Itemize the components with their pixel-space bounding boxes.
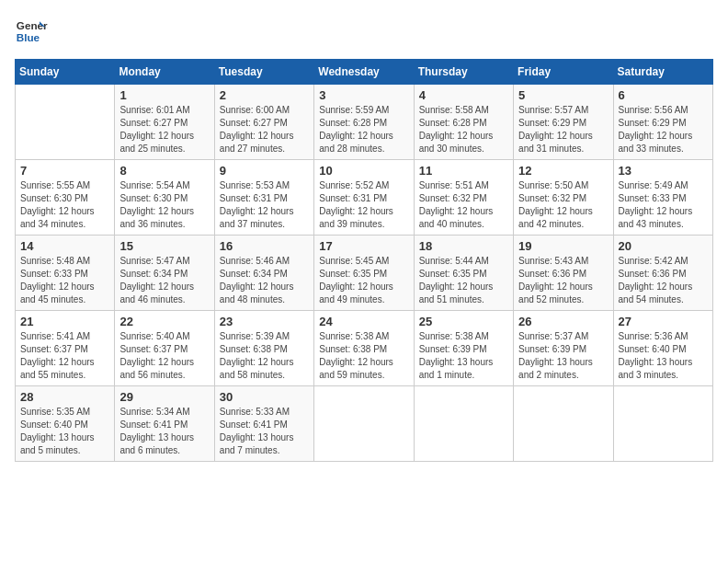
day-number: 12 [518, 164, 608, 178]
day-number: 8 [119, 164, 209, 178]
calendar-header: SundayMondayTuesdayWednesdayThursdayFrid… [16, 60, 713, 85]
day-number: 2 [220, 88, 309, 102]
calendar-cell [414, 386, 513, 462]
calendar-cell: 14Sunrise: 5:48 AM Sunset: 6:33 PM Dayli… [16, 236, 115, 311]
logo: General Blue [15, 15, 48, 48]
svg-text:Blue: Blue [17, 31, 40, 43]
day-info: Sunrise: 5:41 AM Sunset: 6:37 PM Dayligh… [20, 330, 109, 382]
day-number: 10 [319, 164, 408, 178]
day-number: 15 [119, 239, 209, 253]
col-header-friday: Friday [514, 60, 613, 85]
col-header-wednesday: Wednesday [314, 60, 414, 85]
day-info: Sunrise: 5:55 AM Sunset: 6:30 PM Dayligh… [20, 179, 109, 231]
day-number: 13 [619, 164, 708, 178]
day-info: Sunrise: 5:35 AM Sunset: 6:40 PM Dayligh… [20, 406, 109, 457]
calendar-cell: 4Sunrise: 5:58 AM Sunset: 6:28 PM Daylig… [414, 85, 513, 160]
calendar-cell: 6Sunrise: 5:56 AM Sunset: 6:29 PM Daylig… [613, 85, 712, 160]
calendar-cell: 18Sunrise: 5:44 AM Sunset: 6:35 PM Dayli… [414, 236, 513, 311]
day-number: 29 [119, 390, 209, 404]
logo-icon: General Blue [15, 15, 48, 48]
calendar-cell: 15Sunrise: 5:47 AM Sunset: 6:34 PM Dayli… [115, 236, 214, 311]
day-info: Sunrise: 5:49 AM Sunset: 6:33 PM Dayligh… [619, 179, 708, 231]
day-info: Sunrise: 5:33 AM Sunset: 6:41 PM Dayligh… [220, 406, 309, 457]
day-number: 6 [619, 88, 708, 102]
day-info: Sunrise: 5:37 AM Sunset: 6:39 PM Dayligh… [518, 330, 608, 382]
calendar-cell: 21Sunrise: 5:41 AM Sunset: 6:37 PM Dayli… [16, 311, 115, 386]
day-info: Sunrise: 5:48 AM Sunset: 6:33 PM Dayligh… [20, 255, 109, 306]
calendar-cell: 7Sunrise: 5:55 AM Sunset: 6:30 PM Daylig… [16, 160, 115, 236]
day-info: Sunrise: 5:52 AM Sunset: 6:31 PM Dayligh… [319, 179, 408, 231]
day-number: 23 [220, 315, 309, 328]
calendar-cell: 26Sunrise: 5:37 AM Sunset: 6:39 PM Dayli… [514, 311, 613, 386]
col-header-sunday: Sunday [16, 60, 115, 85]
day-number: 7 [20, 164, 109, 178]
calendar-cell: 9Sunrise: 5:53 AM Sunset: 6:31 PM Daylig… [214, 160, 313, 236]
day-info: Sunrise: 5:43 AM Sunset: 6:36 PM Dayligh… [518, 255, 608, 306]
day-info: Sunrise: 5:44 AM Sunset: 6:35 PM Dayligh… [419, 255, 508, 306]
calendar-cell: 8Sunrise: 5:54 AM Sunset: 6:30 PM Daylig… [115, 160, 214, 236]
day-number: 3 [319, 88, 408, 102]
day-info: Sunrise: 5:45 AM Sunset: 6:35 PM Dayligh… [319, 255, 408, 306]
calendar-cell: 24Sunrise: 5:38 AM Sunset: 6:38 PM Dayli… [314, 311, 414, 386]
week-row-4: 21Sunrise: 5:41 AM Sunset: 6:37 PM Dayli… [16, 311, 713, 386]
calendar-cell [16, 85, 115, 160]
calendar-cell: 5Sunrise: 5:57 AM Sunset: 6:29 PM Daylig… [514, 85, 613, 160]
day-number: 24 [319, 315, 408, 328]
day-number: 5 [518, 88, 608, 102]
calendar-cell: 25Sunrise: 5:38 AM Sunset: 6:39 PM Dayli… [414, 311, 513, 386]
col-header-thursday: Thursday [414, 60, 513, 85]
day-number: 19 [518, 239, 608, 253]
day-number: 11 [419, 164, 508, 178]
day-info: Sunrise: 5:36 AM Sunset: 6:40 PM Dayligh… [619, 330, 708, 382]
calendar-cell: 13Sunrise: 5:49 AM Sunset: 6:33 PM Dayli… [613, 160, 712, 236]
day-number: 22 [119, 315, 209, 328]
day-number: 17 [319, 239, 408, 253]
calendar-cell: 2Sunrise: 6:00 AM Sunset: 6:27 PM Daylig… [214, 85, 313, 160]
page-header: General Blue [15, 15, 713, 48]
week-row-3: 14Sunrise: 5:48 AM Sunset: 6:33 PM Dayli… [16, 236, 713, 311]
calendar-cell [314, 386, 414, 462]
col-header-tuesday: Tuesday [214, 60, 313, 85]
day-info: Sunrise: 5:38 AM Sunset: 6:38 PM Dayligh… [319, 330, 408, 382]
day-number: 18 [419, 239, 508, 253]
day-number: 14 [20, 239, 109, 253]
calendar-cell: 3Sunrise: 5:59 AM Sunset: 6:28 PM Daylig… [314, 85, 414, 160]
calendar-cell [613, 386, 712, 462]
day-number: 16 [220, 239, 309, 253]
day-info: Sunrise: 5:38 AM Sunset: 6:39 PM Dayligh… [419, 330, 508, 382]
day-info: Sunrise: 5:39 AM Sunset: 6:38 PM Dayligh… [220, 330, 309, 382]
day-info: Sunrise: 5:47 AM Sunset: 6:34 PM Dayligh… [119, 255, 209, 306]
day-number: 21 [20, 315, 109, 328]
week-row-5: 28Sunrise: 5:35 AM Sunset: 6:40 PM Dayli… [16, 386, 713, 462]
day-info: Sunrise: 5:51 AM Sunset: 6:32 PM Dayligh… [419, 179, 508, 231]
day-info: Sunrise: 6:01 AM Sunset: 6:27 PM Dayligh… [119, 104, 209, 155]
day-number: 1 [119, 88, 209, 102]
day-info: Sunrise: 5:53 AM Sunset: 6:31 PM Dayligh… [220, 179, 309, 231]
calendar-cell [514, 386, 613, 462]
calendar-cell: 23Sunrise: 5:39 AM Sunset: 6:38 PM Dayli… [214, 311, 313, 386]
day-info: Sunrise: 5:56 AM Sunset: 6:29 PM Dayligh… [619, 104, 708, 155]
calendar-cell: 17Sunrise: 5:45 AM Sunset: 6:35 PM Dayli… [314, 236, 414, 311]
day-info: Sunrise: 5:50 AM Sunset: 6:32 PM Dayligh… [518, 179, 608, 231]
col-header-saturday: Saturday [613, 60, 712, 85]
day-number: 4 [419, 88, 508, 102]
day-number: 28 [20, 390, 109, 404]
day-number: 26 [518, 315, 608, 328]
day-number: 25 [419, 315, 508, 328]
calendar-cell: 1Sunrise: 6:01 AM Sunset: 6:27 PM Daylig… [115, 85, 214, 160]
calendar-cell: 10Sunrise: 5:52 AM Sunset: 6:31 PM Dayli… [314, 160, 414, 236]
calendar-cell: 30Sunrise: 5:33 AM Sunset: 6:41 PM Dayli… [214, 386, 313, 462]
calendar-cell: 28Sunrise: 5:35 AM Sunset: 6:40 PM Dayli… [16, 386, 115, 462]
day-number: 20 [619, 239, 708, 253]
week-row-1: 1Sunrise: 6:01 AM Sunset: 6:27 PM Daylig… [16, 85, 713, 160]
day-info: Sunrise: 5:58 AM Sunset: 6:28 PM Dayligh… [419, 104, 508, 155]
calendar-cell: 19Sunrise: 5:43 AM Sunset: 6:36 PM Dayli… [514, 236, 613, 311]
day-info: Sunrise: 5:34 AM Sunset: 6:41 PM Dayligh… [119, 406, 209, 457]
day-info: Sunrise: 5:59 AM Sunset: 6:28 PM Dayligh… [319, 104, 408, 155]
calendar-cell: 22Sunrise: 5:40 AM Sunset: 6:37 PM Dayli… [115, 311, 214, 386]
calendar-cell: 11Sunrise: 5:51 AM Sunset: 6:32 PM Dayli… [414, 160, 513, 236]
day-info: Sunrise: 5:46 AM Sunset: 6:34 PM Dayligh… [220, 255, 309, 306]
day-info: Sunrise: 5:57 AM Sunset: 6:29 PM Dayligh… [518, 104, 608, 155]
day-number: 9 [220, 164, 309, 178]
day-number: 30 [220, 390, 309, 404]
